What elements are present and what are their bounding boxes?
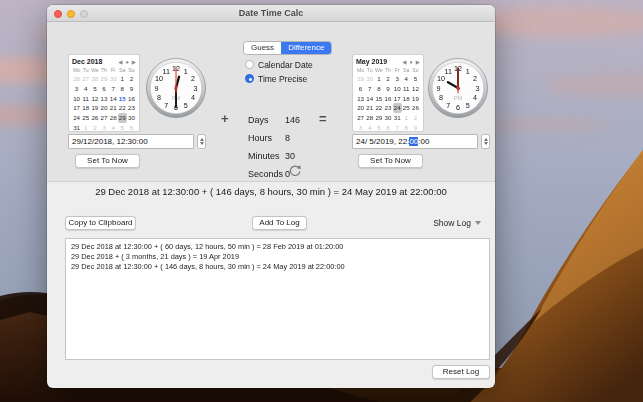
calendar-day[interactable]: 9 (383, 84, 392, 94)
calendar-day[interactable]: 9 (127, 84, 136, 94)
calendar-day[interactable]: 29 (118, 113, 127, 123)
calendar-day[interactable]: 16 (383, 94, 392, 104)
calendar-day[interactable]: 7 (109, 84, 118, 94)
calendar-day[interactable]: 17 (72, 103, 81, 113)
diff-hours-value[interactable]: 8 (285, 133, 290, 143)
calendar-day[interactable]: 10 (393, 84, 402, 94)
refresh-icon[interactable] (288, 164, 302, 178)
calendar-day[interactable]: 2 (383, 74, 392, 84)
calendar-next-icon[interactable]: ▶ (132, 59, 136, 65)
calendar-day[interactable]: 19 (411, 94, 420, 104)
calendar-day[interactable]: 4 (365, 123, 374, 133)
diff-days-value[interactable]: 146 (285, 115, 300, 125)
calendar-day[interactable]: 15 (374, 94, 383, 104)
calendar-day[interactable]: 28 (90, 74, 99, 84)
calendar-prev-icon[interactable]: ◀ (118, 59, 122, 65)
copy-to-clipboard-button[interactable]: Copy to Clipboard (65, 216, 136, 230)
calendar-day[interactable]: 24 (393, 103, 402, 113)
mode-time-precise[interactable]: Time Precise (245, 73, 307, 84)
calendar-day[interactable]: 15 (118, 94, 127, 104)
calendar-day[interactable]: 14 (365, 94, 374, 104)
calendar-day[interactable]: 26 (90, 113, 99, 123)
calendar-day[interactable]: 20 (356, 103, 365, 113)
calendar-day[interactable]: 22 (118, 103, 127, 113)
calendar-day[interactable]: 3 (356, 123, 365, 133)
result-datetime-field[interactable]: 24/ 5/2019, 22:00:00 (352, 134, 478, 149)
calendar-day[interactable]: 7 (393, 123, 402, 133)
calendar-day[interactable]: 10 (72, 94, 81, 104)
calendar-day[interactable]: 30 (109, 74, 118, 84)
calendar-day[interactable]: 20 (99, 103, 108, 113)
calendar-day[interactable]: 13 (356, 94, 365, 104)
calendar-day[interactable]: 6 (99, 84, 108, 94)
calendar-day[interactable]: 4 (109, 123, 118, 133)
calendar-day[interactable]: 28 (365, 113, 374, 123)
calendar-day[interactable]: 7 (365, 84, 374, 94)
calendar-day[interactable]: 2 (411, 113, 420, 123)
calendar-prev-icon[interactable]: ◀ (402, 59, 406, 65)
tab-guess[interactable]: Guess (244, 42, 281, 54)
calendar-day[interactable]: 5 (374, 123, 383, 133)
calendar-day[interactable]: 5 (90, 84, 99, 94)
tab-difference[interactable]: Difference (281, 42, 331, 54)
calendar-day[interactable]: 8 (118, 84, 127, 94)
calendar-day[interactable]: 12 (411, 84, 420, 94)
calendar-day[interactable]: 16 (127, 94, 136, 104)
calendar-day[interactable]: 6 (127, 123, 136, 133)
calendar-day[interactable]: 1 (374, 74, 383, 84)
start-datetime-stepper[interactable] (197, 134, 206, 149)
calendar-day[interactable]: 31 (72, 123, 81, 133)
calendar-day[interactable]: 26 (411, 103, 420, 113)
calendar-day[interactable]: 2 (90, 123, 99, 133)
calendar-day[interactable]: 17 (393, 94, 402, 104)
calendar-day[interactable]: 1 (402, 113, 411, 123)
calendar-day[interactable]: 31 (393, 113, 402, 123)
calendar-day[interactable]: 27 (356, 113, 365, 123)
radio-off-icon[interactable] (245, 60, 254, 69)
calendar-day[interactable]: 29 (374, 113, 383, 123)
calendar-day[interactable]: 22 (374, 103, 383, 113)
calendar-day[interactable]: 25 (402, 103, 411, 113)
calendar-day[interactable]: 27 (99, 113, 108, 123)
calendar-day[interactable]: 3 (72, 84, 81, 94)
diff-minutes-value[interactable]: 30 (285, 151, 295, 161)
reset-log-button[interactable]: Reset Log (432, 365, 490, 379)
calendar-day[interactable]: 2 (127, 74, 136, 84)
log-textarea[interactable]: 29 Dec 2018 at 12:30:00 + ( 60 days, 12 … (65, 238, 490, 360)
calendar-day[interactable]: 30 (127, 113, 136, 123)
calendar-day[interactable]: 28 (109, 113, 118, 123)
set-to-now-left-button[interactable]: Set To Now (75, 154, 140, 168)
result-datetime-stepper[interactable] (481, 134, 490, 149)
calendar-day[interactable]: 29 (99, 74, 108, 84)
calendar-day[interactable]: 6 (383, 123, 392, 133)
calendar-day[interactable]: 21 (365, 103, 374, 113)
calendar-day[interactable]: 27 (81, 74, 90, 84)
calendar-day[interactable]: 8 (374, 84, 383, 94)
set-to-now-right-button[interactable]: Set To Now (358, 154, 423, 168)
window-titlebar[interactable]: Date Time Calc (47, 5, 495, 22)
calendar-day[interactable]: 3 (393, 74, 402, 84)
calendar-day[interactable]: 11 (81, 94, 90, 104)
calendar-day[interactable]: 5 (411, 74, 420, 84)
calendar-day[interactable]: 4 (402, 74, 411, 84)
calendar-day[interactable]: 21 (109, 103, 118, 113)
calendar-day[interactable]: 1 (118, 74, 127, 84)
calendar-day[interactable]: 3 (99, 123, 108, 133)
show-log-disclosure[interactable]: Show Log (433, 218, 481, 228)
calendar-day[interactable]: 4 (81, 84, 90, 94)
calendar-day[interactable]: 23 (383, 103, 392, 113)
calendar-day[interactable]: 8 (402, 123, 411, 133)
calendar-day[interactable]: 6 (356, 84, 365, 94)
start-datetime-field[interactable]: 29/12/2018, 12:30:00 (68, 134, 194, 149)
add-to-log-button[interactable]: Add To Log (252, 216, 307, 230)
calendar-day[interactable]: 26 (72, 74, 81, 84)
calendar-day[interactable]: 24 (72, 113, 81, 123)
calendar-day[interactable]: 29 (356, 74, 365, 84)
calendar-today-icon[interactable]: ● (409, 59, 412, 65)
calendar-day[interactable]: 23 (127, 103, 136, 113)
calendar-day[interactable]: 30 (365, 74, 374, 84)
mode-calendar-date[interactable]: Calendar Date (245, 59, 313, 70)
calendar-day[interactable]: 5 (118, 123, 127, 133)
calendar-day[interactable]: 11 (402, 84, 411, 94)
calendar-today-icon[interactable]: ● (125, 59, 128, 65)
